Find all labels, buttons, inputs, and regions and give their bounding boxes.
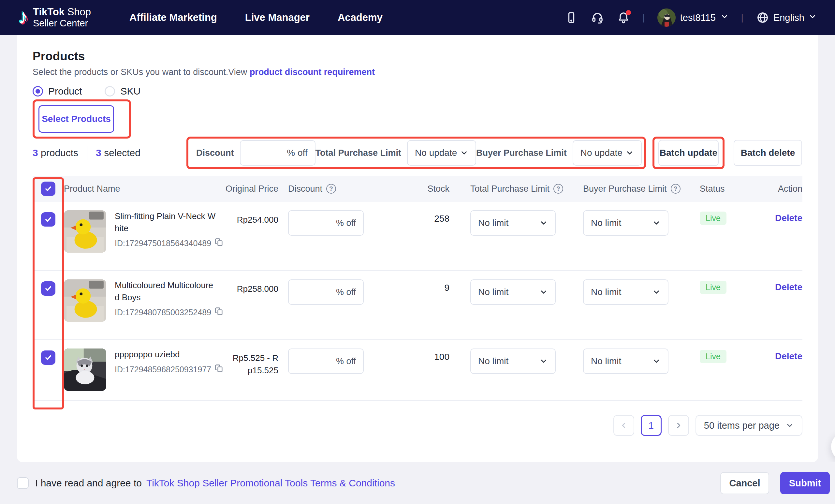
discount-input[interactable]: % off: [288, 348, 364, 374]
percent-off-suffix: % off: [336, 218, 356, 228]
tiktok-shop-logo[interactable]: ♪ TikTok Shop Seller Center: [18, 6, 91, 28]
total-limit-select[interactable]: No limit: [470, 279, 556, 305]
chevron-down-icon: [539, 288, 548, 296]
floating-help-widget[interactable]: [831, 432, 835, 461]
counts-divider: [87, 146, 87, 160]
total-limit-select[interactable]: No limit: [470, 210, 556, 236]
delete-link[interactable]: Delete: [775, 213, 802, 223]
table-row: ppppoppo uziebd ID:1729485968250931977 R…: [33, 340, 802, 401]
discount-input[interactable]: % off: [288, 210, 364, 236]
batch-update-button[interactable]: Batch update: [658, 140, 719, 166]
current-page-button[interactable]: 1: [641, 415, 661, 436]
check-icon: [44, 184, 53, 193]
product-id: ID:1729480785003252489: [115, 308, 211, 317]
check-icon: [44, 284, 53, 293]
copy-icon[interactable]: [215, 238, 224, 249]
discount-input[interactable]: % off: [288, 279, 364, 305]
bell-icon[interactable]: [617, 11, 630, 24]
header-original-price: Original Price: [217, 184, 278, 194]
check-icon: [44, 215, 53, 224]
chevron-down-icon: [460, 149, 468, 157]
total-limit-select[interactable]: No limit: [470, 348, 556, 374]
product-name: Slim-fitting Plain V-Neck White: [115, 210, 217, 235]
product-id: ID:1729485968250931977: [115, 365, 211, 374]
agreement-footer: I have read and agree to TikTok Shop Sel…: [0, 462, 835, 504]
select-all-checkbox[interactable]: [41, 182, 55, 196]
percent-off-suffix: % off: [336, 356, 356, 366]
product-id: ID:1729475018564340489: [115, 239, 211, 248]
language-selector[interactable]: English: [756, 11, 817, 24]
top-navbar: ♪ TikTok Shop Seller Center Affiliate Ma…: [0, 0, 835, 35]
nav-item-live-manager[interactable]: Live Manager: [245, 12, 310, 23]
rubber-duck-photo: [64, 279, 106, 322]
chevron-down-icon: [652, 357, 660, 365]
next-page-button[interactable]: [668, 415, 689, 436]
batch-discount-input[interactable]: % off: [240, 140, 315, 166]
selection-mode-radio-group: Product SKU: [33, 86, 802, 97]
language-label: English: [773, 13, 805, 23]
page-subtitle: Select the products or SKUs you want to …: [33, 67, 802, 77]
user-menu[interactable]: test8115: [657, 8, 729, 27]
agreement-checkbox[interactable]: [17, 477, 29, 489]
table-row: Multicoloured Multicoloured Boys ID:1729…: [33, 271, 802, 340]
chevron-down-icon: [626, 149, 634, 157]
buyer-limit-select[interactable]: No limit: [583, 210, 669, 236]
help-icon[interactable]: ?: [671, 184, 680, 194]
row-checkbox[interactable]: [41, 212, 55, 226]
batch-total-limit-select[interactable]: No update: [407, 140, 476, 166]
radio-product[interactable]: Product: [33, 86, 82, 97]
batch-delete-button[interactable]: Batch delete: [734, 140, 802, 166]
headset-icon[interactable]: [591, 11, 604, 24]
status-badge: Live: [700, 281, 727, 294]
terms-and-conditions-link[interactable]: TikTok Shop Seller Promotional Tools Ter…: [146, 478, 395, 489]
header-total-purchase-limit: Total Purchase Limit ?: [449, 184, 567, 194]
status-badge: Live: [700, 211, 727, 225]
globe-icon: [756, 11, 770, 24]
delete-link[interactable]: Delete: [775, 351, 802, 362]
chevron-down-icon: [786, 421, 794, 430]
nav-item-affiliate-marketing[interactable]: Affiliate Marketing: [129, 12, 217, 23]
main-nav: Affiliate Marketing Live Manager Academy: [129, 12, 383, 23]
product-discount-requirement-link[interactable]: product discount requirement: [250, 67, 375, 77]
chevron-down-icon: [539, 357, 548, 365]
buyer-purchase-limit-label: Buyer Purchase Limit: [476, 148, 567, 158]
product-image: [64, 348, 106, 391]
prev-page-button[interactable]: [613, 415, 634, 436]
delete-link[interactable]: Delete: [775, 282, 802, 293]
rubber-duck-photo: [64, 210, 106, 253]
header-status: Status: [684, 184, 754, 194]
select-products-button[interactable]: Select Products: [38, 105, 114, 133]
page-title: Products: [33, 49, 802, 63]
page-size-select[interactable]: 50 items per page: [695, 415, 802, 436]
stock-value: 258: [434, 214, 449, 224]
help-icon[interactable]: ?: [326, 184, 336, 194]
total-purchase-limit-label: Total Purchase Limit: [315, 148, 402, 158]
row-checkbox[interactable]: [41, 350, 55, 365]
original-price: Rp5.525 - Rp15.525: [229, 352, 278, 377]
notification-dot: [626, 10, 631, 15]
chevron-right-icon: [674, 421, 683, 430]
mobile-app-icon[interactable]: [565, 11, 578, 24]
products-panel: Products Select the products or SKUs you…: [17, 35, 818, 462]
tiktok-note-icon: ♪: [18, 7, 28, 27]
avatar[interactable]: [657, 8, 676, 27]
header-buyer-purchase-limit: Buyer Purchase Limit ?: [567, 184, 684, 194]
original-price: Rp258.000: [229, 283, 278, 295]
cancel-button[interactable]: Cancel: [720, 472, 769, 494]
radio-sku[interactable]: SKU: [105, 86, 141, 97]
help-icon[interactable]: ?: [553, 184, 563, 194]
nav-item-academy[interactable]: Academy: [338, 12, 383, 23]
buyer-limit-select[interactable]: No limit: [583, 279, 669, 305]
batch-buyer-limit-select[interactable]: No update: [573, 140, 642, 166]
logo-title: TikTok Shop: [33, 6, 91, 18]
pagination: 1 50 items per page: [33, 415, 802, 436]
buyer-limit-select[interactable]: No limit: [583, 348, 669, 374]
copy-icon[interactable]: [215, 307, 224, 318]
row-checkbox[interactable]: [41, 281, 55, 296]
annotation-select-products: Select Products: [33, 99, 131, 139]
stock-value: 100: [434, 352, 449, 362]
submit-button[interactable]: Submit: [780, 472, 830, 494]
cat-photo: [64, 348, 106, 391]
table-header-row: Product Name Original Price Discount ? S…: [33, 176, 802, 202]
status-badge: Live: [700, 350, 727, 363]
